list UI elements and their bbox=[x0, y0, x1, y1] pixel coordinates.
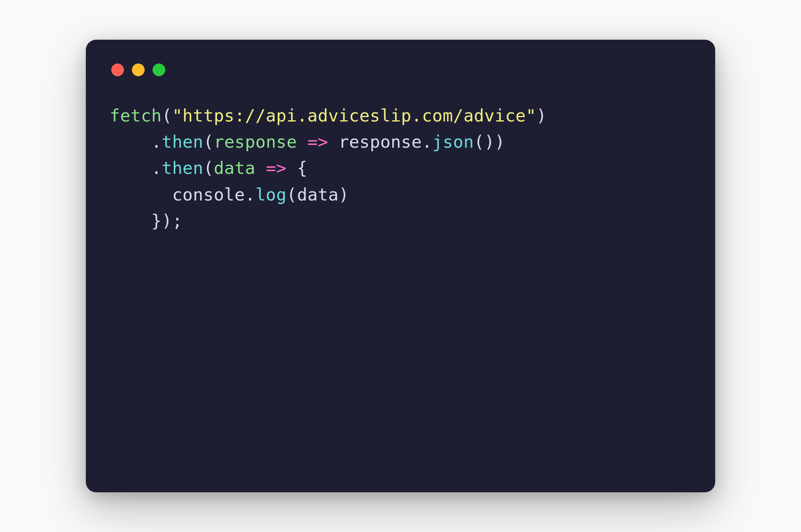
code-block[interactable]: fetch("https://api.adviceslip.com/advice… bbox=[110, 102, 691, 234]
token-indent bbox=[110, 211, 151, 231]
token-param: response bbox=[214, 132, 297, 152]
token-function: fetch bbox=[110, 106, 162, 125]
token-identifier: console bbox=[172, 185, 245, 204]
token-identifier: data bbox=[297, 185, 339, 204]
token-punct: . bbox=[151, 132, 162, 152]
code-line-3: .then(data => { bbox=[110, 158, 308, 178]
token-punct: . bbox=[245, 185, 255, 204]
token-punct: }); bbox=[151, 211, 183, 231]
close-icon[interactable] bbox=[111, 64, 124, 76]
token-param: data bbox=[214, 158, 255, 178]
token-punct: () bbox=[474, 132, 495, 152]
token-identifier: response bbox=[339, 132, 422, 152]
token-punct: { bbox=[297, 158, 307, 178]
token-punct: ( bbox=[203, 158, 214, 178]
token-method: then bbox=[162, 132, 203, 152]
token-punct: ( bbox=[286, 185, 297, 204]
token-punct: ( bbox=[162, 106, 172, 125]
token-punct: . bbox=[422, 132, 432, 152]
token-indent bbox=[110, 185, 172, 204]
token-indent bbox=[110, 158, 151, 178]
token-punct: ) bbox=[495, 132, 505, 152]
token-method: json bbox=[432, 132, 474, 152]
token-method: then bbox=[162, 158, 203, 178]
token-arrow: => bbox=[255, 158, 297, 178]
token-indent bbox=[110, 132, 151, 152]
code-line-1: fetch("https://api.adviceslip.com/advice… bbox=[110, 106, 547, 125]
token-string: "https://api.adviceslip.com/advice" bbox=[172, 106, 536, 125]
token-punct: ( bbox=[203, 132, 214, 152]
token-punct: . bbox=[151, 158, 162, 178]
token-punct: ) bbox=[339, 185, 349, 204]
token-punct: ) bbox=[536, 106, 547, 125]
window-titlebar bbox=[110, 64, 691, 76]
token-arrow: => bbox=[297, 132, 339, 152]
code-line-2: .then(response => response.json()) bbox=[110, 132, 505, 152]
code-line-4: console.log(data) bbox=[110, 185, 349, 204]
token-method: log bbox=[255, 185, 287, 204]
code-window: fetch("https://api.adviceslip.com/advice… bbox=[86, 40, 715, 492]
minimize-icon[interactable] bbox=[132, 64, 145, 76]
maximize-icon[interactable] bbox=[153, 64, 165, 76]
code-line-5: }); bbox=[110, 211, 182, 231]
